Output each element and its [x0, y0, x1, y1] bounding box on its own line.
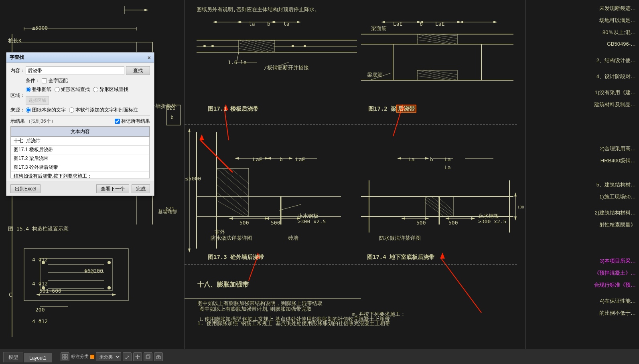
region-label: 区域： — [10, 92, 26, 99]
region-rect-option[interactable]: 矩形区域查找 — [55, 86, 90, 93]
cad-501-600: 501~600 — [39, 288, 61, 294]
move-icon-button[interactable] — [133, 352, 142, 361]
tab-layout1[interactable]: Layout1 — [24, 353, 52, 362]
svg-marker-162 — [137, 358, 138, 359]
bottom-toolbar: 模型 Layout1 标注分类 未分类 — [0, 349, 639, 364]
region-whole-option[interactable]: 整张图纸 — [26, 86, 51, 93]
select-region-button[interactable]: 选择区域 — [26, 96, 49, 105]
full-match-checkbox[interactable] — [42, 78, 47, 83]
source-options: 图纸本身的文字 本软件添加的文字和剖面标注 — [26, 107, 138, 113]
cad-b2: b — [420, 21, 423, 27]
cad-annotation-top: 图纸另外有说明,否则应在主体结构封顶后停止降水。 — [197, 6, 320, 13]
export-icon — [156, 354, 161, 359]
search-input[interactable] — [26, 66, 124, 75]
region-whole-radio[interactable] — [26, 87, 31, 92]
edit-icon — [125, 354, 130, 359]
cad-dim-b1: b — [267, 21, 270, 27]
tomb-wall-label: 墓墙端部 — [158, 208, 177, 215]
source-plugin-option[interactable]: 本软件添加的文字和剖面标注 — [69, 107, 138, 113]
source-row: 来源： 图纸本身的文字 本软件添加的文字和剖面标注 — [10, 107, 150, 113]
condition-row: 条件： 全字匹配 — [10, 77, 150, 84]
table-row[interactable]: 图17.3 砼外墙后浇带 — [11, 163, 150, 172]
tab-bar: 模型 Layout1 — [3, 351, 53, 362]
done-button[interactable]: 完成 — [132, 184, 150, 193]
table-row[interactable]: 图17.2 梁后浇带 — [11, 154, 150, 163]
region-poly-radio[interactable] — [93, 87, 98, 92]
right-text-magenta-2: 《预拌混凝土》… — [594, 269, 636, 277]
full-match-label: 全字匹配 — [49, 77, 68, 84]
region-poly-option[interactable]: 异形区域查找 — [93, 86, 128, 93]
cad-label-pilelen: 桩长K — [8, 37, 22, 44]
region-row: 区域： 整张图纸 矩形区域查找 异形区域查找 选择区域 — [10, 86, 150, 105]
view-next-button[interactable]: 查看下一个 — [96, 184, 129, 193]
section-18-body1b: m,并按下列要求施工： — [352, 311, 406, 318]
condition-label: 条件： — [26, 77, 40, 84]
dialog-title: 字查找 — [10, 54, 24, 61]
region-options: 整张图纸 矩形区域查找 异形区域查找 选择区域 — [26, 86, 150, 105]
svg-rect-158 — [63, 357, 65, 359]
source-drawing-option[interactable]: 图纸本身的文字 — [26, 107, 66, 113]
copy-icon — [146, 354, 150, 359]
table-row[interactable]: 十七. 后浇带 — [11, 137, 150, 146]
right-text-bot-2: 的比例不低于… — [599, 309, 636, 317]
export-excel-button[interactable]: 出到Excel — [10, 184, 41, 193]
dialog-titlebar: 字查找 × — [6, 53, 154, 63]
right-text-14: 射性核素限量》 — [599, 221, 636, 229]
result-cell[interactable]: 图17.1 楼板后浇带 — [11, 146, 150, 154]
right-text-9: 2)合理采用高… — [600, 145, 636, 152]
cad-waterproof-1: 防水做法详某详图 — [211, 235, 252, 242]
move-icon — [135, 354, 140, 359]
copy-icon-button[interactable] — [144, 352, 152, 361]
cad-4phi12-2: 4 Φ12 — [32, 281, 48, 287]
right-text-5: 2、结构设计使… — [596, 57, 636, 64]
search-button[interactable]: 查找 — [126, 66, 150, 75]
right-text-magenta-1: 3)本项目所采… — [600, 257, 636, 265]
svg-rect-159 — [65, 357, 67, 359]
cad-1.6la: 1.6 la — [228, 59, 247, 65]
grid-icon — [62, 354, 68, 360]
fig-15-4-title: 图 15.4 构造柱设置示意 — [8, 225, 69, 233]
svg-rect-166 — [147, 355, 150, 358]
cad-stop-plate-2b: >300 x2.5 — [478, 218, 506, 224]
result-cell[interactable]: 十七. 后浇带 — [11, 137, 150, 146]
svg-point-26 — [203, 45, 206, 47]
svg-marker-161 — [137, 354, 138, 356]
svg-point-146 — [108, 286, 111, 289]
cad-le5000: ≤5000 — [185, 176, 201, 182]
dialog-body: 内容： 查找 条件： 全字匹配 区域： 整张图纸 矩形区域查找 — [6, 63, 154, 182]
result-cell[interactable]: 图17.2 梁后浇带 — [11, 154, 150, 163]
cad-rebar-break: /板钢筋断开并搭接 — [264, 64, 309, 71]
mark-all-checkbox[interactable] — [115, 119, 120, 124]
cad-brickwall: 砖墙 — [288, 235, 298, 242]
result-cell[interactable]: 图17.3 砼外墙后浇带 — [11, 163, 150, 172]
results-header: 示结果 （找到36个） 标记所有结果 — [10, 118, 150, 125]
search-dialog: 字查找 × 内容： 查找 条件： 全字匹配 区域： 整张图纸 — [6, 52, 154, 196]
right-text-6: 4、设计阶段对… — [596, 73, 636, 80]
source-label: 来源： — [10, 107, 26, 113]
section-18-body1: 图中如以上有膨胀加强带结构说明，则膨胀上混带结取 — [197, 300, 323, 307]
tab-model[interactable]: 模型 — [3, 352, 23, 362]
results-list[interactable]: 文本内容 十七. 后浇带图17.1 楼板后浇带图17.2 梁后浇带图17.3 砼… — [10, 126, 150, 178]
cad-dim-la1: la — [249, 21, 255, 27]
cad-4phi12-1: 4 Φ12 — [32, 257, 48, 263]
table-row[interactable]: 结构如设有后浇带,按下列要求施工： — [11, 172, 150, 179]
table-row[interactable]: 图17.1 楼板后浇带 — [11, 146, 150, 154]
right-text-1: 未发现断裂迹… — [599, 5, 636, 12]
cad-la-17-4-1: La — [408, 156, 415, 162]
svg-text:100: 100 — [517, 204, 524, 209]
source-drawing-radio[interactable] — [26, 107, 31, 113]
edit-icon-button[interactable] — [123, 352, 132, 361]
cad-la-17-4-3: La — [444, 164, 451, 170]
dialog-close-button[interactable]: × — [148, 55, 151, 61]
right-text-8: 建筑材料及制品… — [594, 101, 636, 108]
source-plugin-radio[interactable] — [69, 107, 74, 113]
cad-lae-17-3-2: LaE — [296, 156, 305, 162]
cad-500-4: 500 — [448, 220, 458, 226]
annotation-select[interactable]: 未分类 — [96, 352, 121, 361]
grid-icon-button[interactable] — [61, 352, 69, 361]
svg-marker-169 — [158, 357, 159, 358]
result-cell[interactable]: 结构如设有后浇带,按下列要求施工： — [11, 172, 150, 179]
right-text-3: 80％以上;混… — [602, 29, 636, 36]
region-rect-radio[interactable] — [55, 87, 60, 92]
export-icon-button[interactable] — [154, 352, 163, 361]
